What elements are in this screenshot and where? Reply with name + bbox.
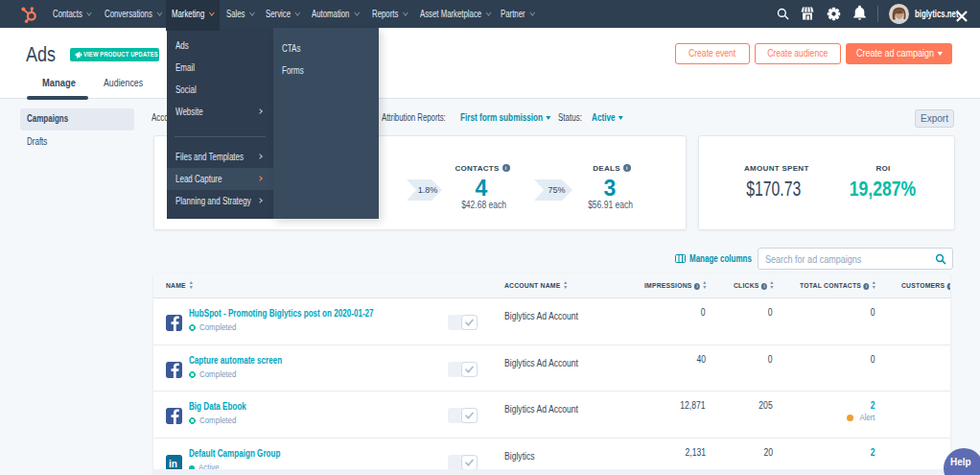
svg-text:in: in bbox=[169, 459, 177, 469]
